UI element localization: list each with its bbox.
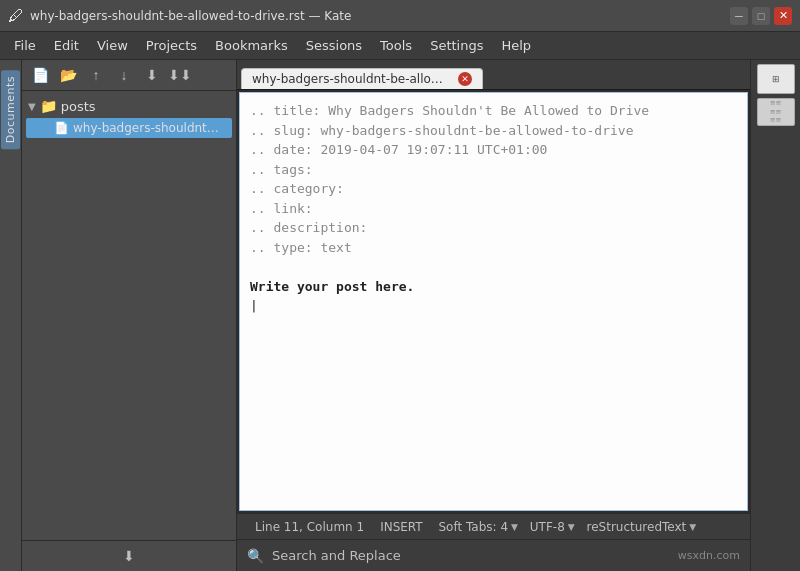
- titlebar-controls: ─ □ ✕: [730, 7, 792, 25]
- titlebar-left: 🖊 why-badgers-shouldnt-be-allowed-to-dri…: [8, 6, 351, 25]
- panel-bottom: ⬇: [22, 540, 236, 571]
- titlebar-title: why-badgers-shouldnt-be-allowed-to-drive…: [30, 9, 351, 23]
- menu-edit[interactable]: Edit: [46, 35, 87, 56]
- editor-right-panel: ⊞ ≡≡≡≡≡≡: [750, 60, 800, 571]
- search-replace-label[interactable]: Search and Replace: [272, 548, 401, 563]
- tab-bar: why-badgers-shouldnt-be-allowed-to-drive…: [237, 60, 750, 90]
- panel-bottom-btn[interactable]: ⬇: [117, 545, 141, 567]
- menu-sessions[interactable]: Sessions: [298, 35, 370, 56]
- main-layout: Documents 📄 📂 ↑ ↓ ⬇ ⬇⬇ ▼ 📁 posts 📄 why-b…: [0, 60, 800, 571]
- maximize-button[interactable]: □: [752, 7, 770, 25]
- folder-label: posts: [61, 99, 96, 114]
- tabs-chevron-icon: ▼: [511, 522, 518, 532]
- menu-help[interactable]: Help: [493, 35, 539, 56]
- documents-panel: 📄 📂 ↑ ↓ ⬇ ⬇⬇ ▼ 📁 posts 📄 why-badgers-sho…: [22, 60, 237, 571]
- move-up-button[interactable]: ↑: [84, 64, 108, 86]
- folder-posts[interactable]: ▼ 📁 posts: [22, 95, 236, 117]
- file-icon: 📄: [54, 121, 69, 135]
- editor-text: .. title: Why Badgers Shouldn't Be Allow…: [250, 101, 737, 316]
- folder-icon: 📁: [40, 98, 57, 114]
- menubar: File Edit View Projects Bookmarks Sessio…: [0, 32, 800, 60]
- menu-settings[interactable]: Settings: [422, 35, 491, 56]
- encoding-dropdown[interactable]: UTF-8 ▼: [526, 520, 579, 534]
- editor-area: why-badgers-shouldnt-be-allowed-to-drive…: [237, 60, 750, 571]
- panel-toolbar: 📄 📂 ↑ ↓ ⬇ ⬇⬇: [22, 60, 236, 91]
- titlebar: 🖊 why-badgers-shouldnt-be-allowed-to-dri…: [0, 0, 800, 32]
- file-item-rst[interactable]: 📄 why-badgers-shouldnt-be-...: [26, 118, 232, 138]
- menu-bookmarks[interactable]: Bookmarks: [207, 35, 296, 56]
- menu-file[interactable]: File: [6, 35, 44, 56]
- minimap-text: ≡≡≡≡≡≡: [770, 99, 782, 124]
- tab-close-icon[interactable]: ✕: [458, 72, 472, 86]
- tab-label: why-badgers-shouldnt-be-allowed-to-drive…: [252, 72, 452, 86]
- file-label: why-badgers-shouldnt-be-...: [73, 121, 223, 135]
- cursor-position: Line 11, Column 1: [247, 520, 372, 534]
- editor-content[interactable]: .. title: Why Badgers Shouldn't Be Allow…: [239, 92, 748, 511]
- tabs-dropdown[interactable]: Soft Tabs: 4 ▼: [434, 520, 521, 534]
- statusbar: Line 11, Column 1 INSERT Soft Tabs: 4 ▼ …: [237, 513, 750, 539]
- wsxdn-label: wsxdn.com: [678, 549, 740, 562]
- menu-tools[interactable]: Tools: [372, 35, 420, 56]
- app-icon: 🖊: [8, 6, 24, 25]
- filetype-label: reStructuredText: [587, 520, 687, 534]
- open-file-button[interactable]: 📂: [56, 64, 80, 86]
- move-down-button[interactable]: ↓: [112, 64, 136, 86]
- encoding-label: UTF-8: [530, 520, 565, 534]
- close-button[interactable]: ✕: [774, 7, 792, 25]
- config-button[interactable]: ⬇⬇: [168, 64, 192, 86]
- tabs-label: Soft Tabs: 4: [438, 520, 508, 534]
- menu-view[interactable]: View: [89, 35, 136, 56]
- searchbar: 🔍 Search and Replace wsxdn.com: [237, 539, 750, 571]
- folder-arrow-icon: ▼: [28, 101, 36, 112]
- editor-tab-rst[interactable]: why-badgers-shouldnt-be-allowed-to-drive…: [241, 68, 483, 89]
- sort-button[interactable]: ⬇: [140, 64, 164, 86]
- search-icon: 🔍: [247, 548, 264, 564]
- file-tree: ▼ 📁 posts 📄 why-badgers-shouldnt-be-...: [22, 91, 236, 540]
- edit-mode: INSERT: [372, 520, 431, 534]
- sidebar-tab: Documents: [0, 60, 22, 571]
- filetype-chevron-icon: ▼: [689, 522, 696, 532]
- view-toggle-button[interactable]: ⊞: [757, 64, 795, 94]
- documents-tab-label[interactable]: Documents: [1, 70, 20, 149]
- minimize-button[interactable]: ─: [730, 7, 748, 25]
- minimap-thumb: ≡≡≡≡≡≡: [757, 98, 795, 126]
- menu-projects[interactable]: Projects: [138, 35, 205, 56]
- filetype-dropdown[interactable]: reStructuredText ▼: [583, 520, 701, 534]
- new-file-button[interactable]: 📄: [28, 64, 52, 86]
- encoding-chevron-icon: ▼: [568, 522, 575, 532]
